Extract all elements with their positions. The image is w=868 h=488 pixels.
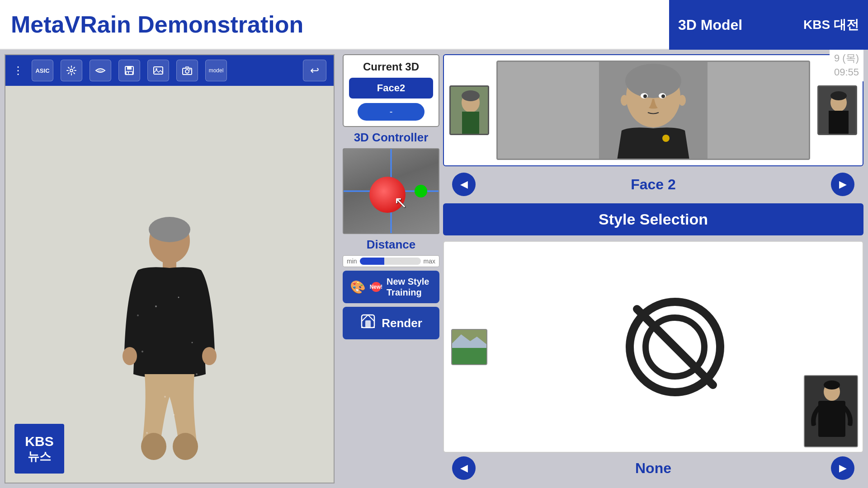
content-area: ⋮ ASIC 360° [0,50,868,488]
svg-rect-19 [126,71,132,75]
toolbar: ⋮ ASIC 360° [5,55,334,86]
svg-rect-21 [154,67,163,74]
svg-point-55 [661,94,665,98]
viewport-3d[interactable]: KBS 뉴스 [5,86,334,483]
svg-point-35 [178,297,179,298]
style-prev-button[interactable]: ◀ [452,456,476,480]
face-thumb-left[interactable] [449,85,489,135]
svg-point-41 [137,314,139,316]
asic-button[interactable]: ASIC [32,60,53,81]
face-next-button[interactable]: ▶ [831,173,854,196]
svg-rect-71 [818,401,845,437]
style-nav-row: ◀ None ▶ [443,453,863,483]
svg-point-37 [192,342,193,343]
face-main-display [496,61,810,160]
time-display: 09:55 [834,66,859,80]
3d-controller-view[interactable]: ↖ [343,148,439,234]
svg-point-24 [185,70,189,73]
svg-rect-62 [829,111,849,135]
svg-rect-18 [127,66,132,70]
style-thumb[interactable] [451,329,487,365]
style-area [443,241,863,453]
style-selection-header: Style Selection [443,203,863,235]
date-display: 9 (목) [834,52,859,66]
svg-point-61 [830,91,847,100]
new-style-text: New Style Training [387,276,429,298]
face-selection-area [449,61,857,160]
distance-label: Distance [343,238,439,252]
person-figure [102,216,237,478]
header: MetaVRain Demonstration KAIST [0,0,868,50]
slider-track[interactable] [360,258,421,265]
svg-rect-64 [452,348,487,365]
camera-button[interactable] [176,60,198,81]
distance-slider[interactable]: min max [343,255,439,267]
svg-point-27 [149,217,190,242]
svg-point-47 [462,90,480,101]
svg-point-54 [643,94,647,98]
image-button[interactable] [147,60,169,81]
new-badge: New! [371,282,381,292]
toolbar-dots: ⋮ [13,64,24,77]
viewport-panel: ⋮ ASIC 360° [5,54,335,483]
back-button[interactable]: ↩ [303,60,326,81]
kbs-daejeon-label: KBS 대전 [803,16,859,33]
style-main-icon [495,297,855,397]
datetime-display: 9 (목) 09:55 [830,50,863,81]
svg-point-57 [679,95,686,106]
green-dot [415,185,427,197]
render-button[interactable]: Render [343,307,439,339]
kbs-logo: KBS 뉴스 [14,424,64,474]
svg-point-33 [173,433,198,460]
save-button[interactable] [118,60,140,81]
svg-point-38 [164,396,166,398]
svg-point-32 [141,433,166,460]
svg-point-39 [174,414,175,416]
svg-point-42 [196,373,198,375]
face-prev-button[interactable]: ◀ [452,173,476,196]
svg-text:360°: 360° [97,69,104,73]
app-title: MetaVRain Demonstration [11,11,303,38]
style-selection-title: Style Selection [599,211,708,228]
face-name-label: Face 2 [631,176,676,193]
svg-point-29 [123,347,137,365]
slider-min-label: min [347,258,357,265]
render-label: Render [382,316,422,330]
sign-language-overlay [804,375,858,447]
svg-point-70 [824,380,840,389]
dash-button[interactable]: - [358,103,425,121]
cursor-icon: ↖ [394,193,407,212]
model-panel-header: 3D Model KBS 대전 [669,0,868,50]
slider-max-label: max [424,258,435,265]
face-selection-container [443,54,863,166]
main-container: MetaVRain Demonstration KAIST [0,0,868,488]
svg-rect-20 [128,72,129,74]
svg-point-56 [621,95,628,106]
new-style-training-button[interactable]: 🎨 New! New Style Training [343,271,439,303]
svg-point-58 [662,135,670,142]
model-button[interactable]: model [205,60,227,81]
controller-panel: Current 3D Face2 - 3D Controller ↖ Dista… [339,50,443,488]
face-nav-row: ◀ Face 2 ▶ [443,171,863,198]
svg-point-36 [142,351,143,352]
svg-point-25 [189,69,191,70]
right-panel: ◀ Face 2 ▶ Style Selection [443,50,868,488]
svg-rect-48 [462,112,479,135]
paint-palette-icon: 🎨 [350,280,366,295]
svg-point-34 [155,305,157,307]
current-3d-section: Current 3D Face2 - [343,54,439,127]
current-3d-title: Current 3D [363,61,419,73]
no-style-svg [625,297,725,397]
settings-button[interactable] [61,60,82,81]
360-button[interactable]: 360° [90,60,111,81]
style-next-button[interactable]: ▶ [831,456,854,480]
model-panel-title: 3D Model [678,17,742,33]
svg-point-15 [70,69,73,72]
3d-controller-title: 3D Controller [343,131,439,145]
svg-point-40 [146,432,148,434]
svg-point-30 [202,347,217,365]
svg-rect-44 [365,320,371,328]
face2-button[interactable]: Face2 [349,78,433,99]
face-thumb-right[interactable] [817,85,857,135]
style-name-label: None [635,460,671,477]
